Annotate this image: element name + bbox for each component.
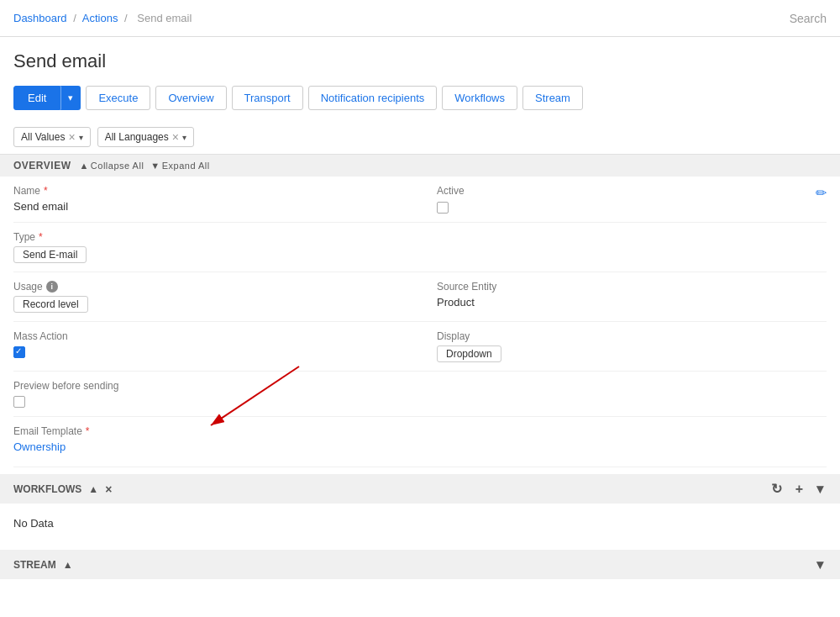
expand-arrow-icon: ▼ [150,161,160,171]
email-template-row: Email Template * Ownership [13,417,827,467]
usage-value: Record level [13,296,403,313]
all-values-filter[interactable]: All Values × ▾ [13,127,91,147]
overview-section-header: OVERVIEW ▲ Collapse All ▼ Expand All [0,155,840,177]
type-row: Type * Send E-mail [13,223,827,272]
name-value: Send email [13,200,403,213]
name-required: * [44,185,48,197]
email-template-field: Email Template * Ownership [13,425,420,458]
active-field: Active [420,185,827,214]
breadcrumb-dashboard[interactable]: Dashboard [13,12,67,24]
email-template-label: Email Template * [13,425,403,437]
type-label-text: Type [13,231,35,243]
workflows-close-icon[interactable]: × [105,483,112,496]
page-title-bar: Send email [0,37,840,79]
mass-action-display-row: Mass Action Display Dropdown [13,322,827,372]
type-tag: Send E-mail [13,246,87,263]
display-label: Display [437,330,827,342]
all-values-caret[interactable]: ▾ [79,133,83,142]
collapse-all-label: Collapse All [91,161,144,171]
workflows-tab[interactable]: Workflows [442,86,517,110]
preview-right-empty [420,380,827,409]
type-field: Type * Send E-mail [13,231,420,263]
usage-field: Usage i Record level [13,281,420,313]
toolbar: Edit ▾ Execute Overview Transport Notifi… [0,79,840,120]
notification-recipients-tab[interactable]: Notification recipients [308,86,438,110]
stream-section: STREAM ▲ ▾ [0,550,840,579]
preview-field: Preview before sending [13,380,420,409]
workflows-menu-icon[interactable]: ▾ [813,479,827,498]
type-right-empty [420,231,827,263]
preview-checkbox[interactable] [13,395,403,409]
all-languages-close[interactable]: × [172,130,179,144]
mass-action-checkbox[interactable] [13,345,403,359]
workflows-section: WORKFLOWS ▲ × ↻ + ▾ No Data [0,474,840,543]
workflows-header: WORKFLOWS ▲ × ↻ + ▾ [0,474,840,504]
filter-bar: All Values × ▾ All Languages × ▾ [0,120,840,155]
preview-checkbox-icon[interactable] [13,396,25,408]
workflows-add-icon[interactable]: + [792,480,806,498]
stream-menu-icon[interactable]: ▾ [813,555,827,574]
name-active-row: Name * Send email Active ✏ [13,177,827,223]
source-entity-value: Product [437,296,827,308]
email-template-right-empty [420,425,827,458]
workflows-no-data: No Data [0,504,840,543]
preview-label: Preview before sending [13,380,403,392]
breadcrumb: Dashboard / Actions / Send email [13,12,195,24]
email-template-label-text: Email Template [13,425,82,437]
overview-content: Name * Send email Active ✏ Type * Send E… [0,177,840,467]
name-label-text: Name [13,185,40,197]
all-languages-caret[interactable]: ▾ [182,133,186,142]
name-field: Name * Send email [13,185,420,214]
active-checkbox[interactable] [437,200,827,214]
transport-tab[interactable]: Transport [232,86,303,110]
collapse-arrow-icon: ▲ [79,161,88,171]
stream-header: STREAM ▲ ▾ [0,550,840,579]
type-value: Send E-mail [13,246,403,263]
edit-button-group: Edit ▾ [13,86,81,110]
edit-pencil-icon[interactable]: ✏ [816,185,827,201]
edit-button[interactable]: Edit [13,86,60,110]
source-entity-label: Source Entity [437,281,827,293]
mass-action-checkbox-icon[interactable] [13,346,25,358]
workflows-collapse-icon[interactable]: ▲ [88,483,98,495]
display-value: Dropdown [437,345,827,362]
collapse-expand-group: ▲ Collapse All ▼ Expand All [79,161,209,171]
workflows-refresh-icon[interactable]: ↻ [768,479,785,498]
type-label: Type * [13,231,403,243]
top-bar: Dashboard / Actions / Send email Search [0,0,840,37]
breadcrumb-current: Send email [137,12,192,24]
preview-row: Preview before sending [13,372,827,418]
usage-tag: Record level [13,296,88,313]
stream-collapse-icon[interactable]: ▲ [63,559,73,571]
ownership-link[interactable]: Ownership [13,440,66,453]
overview-tab[interactable]: Overview [155,86,226,110]
workflows-header-right: ↻ + ▾ [768,479,827,498]
usage-label: Usage i [13,281,403,293]
usage-info-icon[interactable]: i [46,281,58,293]
breadcrumb-sep2: / [124,12,128,24]
source-entity-field: Source Entity Product [420,281,827,313]
mass-action-field: Mass Action [13,330,420,362]
execute-button[interactable]: Execute [86,86,150,110]
active-checkbox-icon[interactable] [437,202,449,214]
email-template-required: * [86,425,90,437]
email-template-value: Ownership [13,440,403,453]
workflows-title: WORKFLOWS [13,483,81,495]
active-label: Active [437,185,827,197]
expand-all-btn[interactable]: ▼ Expand All [150,161,209,171]
all-values-label: All Values [21,131,65,143]
all-languages-filter[interactable]: All Languages × ▾ [97,127,194,147]
all-values-close[interactable]: × [68,130,75,144]
usage-source-row: Usage i Record level Source Entity Produ… [13,272,827,322]
type-required: * [39,231,43,243]
search-area[interactable]: Search [790,12,827,25]
page-title: Send email [13,50,827,72]
display-tag: Dropdown [437,345,501,362]
stream-tab[interactable]: Stream [522,86,583,110]
stream-header-left: STREAM ▲ [13,559,73,571]
all-languages-label: All Languages [105,131,169,143]
edit-caret-button[interactable]: ▾ [60,86,81,110]
collapse-all-btn[interactable]: ▲ Collapse All [79,161,144,171]
display-field: Display Dropdown [420,330,827,362]
breadcrumb-actions[interactable]: Actions [82,12,118,24]
